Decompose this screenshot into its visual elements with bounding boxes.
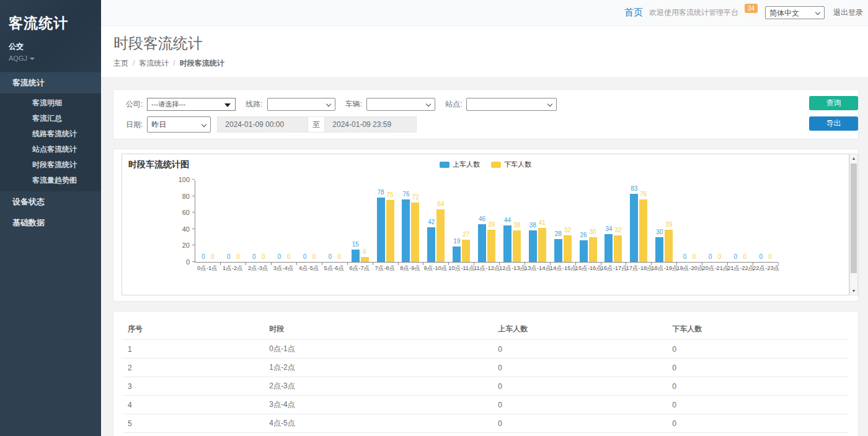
x-axis-tick-label: 5点-6点 [322, 264, 347, 272]
sidebar-item-客流统计[interactable]: 客流统计 [0, 72, 101, 94]
sidebar-item-基础数据[interactable]: 基础数据 [0, 212, 101, 233]
sidebar-menu: 客流统计客流明细客流汇总线路客流统计站点客流统计时段客流统计客流量趋势图设备状态… [0, 72, 101, 233]
language-select[interactable]: 简体中文 [766, 7, 824, 19]
welcome-text: 欢迎使用客流统计管理平台 [649, 7, 738, 18]
sidebar-subitem-客流汇总[interactable]: 客流汇总 [0, 111, 101, 126]
date-from-input[interactable]: 2024-01-09 00:00 [217, 116, 308, 133]
scroll-down-icon[interactable]: ▼ [850, 287, 857, 295]
y-axis-tick-label: 80 [182, 193, 190, 200]
line-select[interactable] [268, 99, 335, 111]
bar-group-14点-15点: 2832 [550, 180, 575, 262]
sidebar-subitem-时段客流统计[interactable]: 时段客流统计 [0, 157, 101, 173]
bar-group-4点-5点: 00 [297, 180, 322, 262]
bar-value-label: 0 [338, 253, 342, 261]
table-cell: 4点-5点 [264, 414, 493, 433]
bar-value-label: 0 [262, 253, 265, 261]
table-row: 32点-3点00 [123, 377, 849, 396]
bar-value-label: 0 [236, 253, 240, 261]
vehicle-label: 车辆: [345, 99, 362, 110]
bar: 34 [604, 234, 613, 262]
bar-value-label: 0 [312, 253, 316, 261]
sidebar-subitem-线路客流统计[interactable]: 线路客流统计 [0, 126, 101, 142]
bar-group-20点-21点: 00 [702, 180, 728, 262]
bar-value-label: 6 [363, 248, 366, 256]
breadcrumb-parent[interactable]: 客流统计 [139, 59, 169, 68]
page-heading: 时段客流统计 主页/客流统计/时段客流统计 [101, 26, 868, 78]
company-select[interactable]: ---请选择--- [147, 98, 236, 111]
date-to-input[interactable]: 2024-01-09 23:59 [324, 116, 417, 133]
date-range-separator: 至 [308, 116, 325, 133]
bar-group-11点-12点: 4639 [474, 180, 500, 262]
chart-title: 时段车流统计图 [128, 159, 189, 170]
home-link[interactable]: 首页 [624, 7, 643, 19]
table-cell: 6 [123, 433, 264, 436]
breadcrumb-home[interactable]: 主页 [113, 59, 128, 68]
station-select[interactable] [467, 99, 556, 111]
x-axis-tick-label: 13点-14点 [525, 264, 550, 272]
logout-link[interactable]: 退出登录 [833, 7, 863, 18]
bar-value-label: 0 [683, 253, 687, 261]
bar-group-8点-9点: 7672 [398, 180, 423, 262]
filter-row-2: 日期: 昨日 2024-01-09 00:00 至 2024-01-09 23:… [126, 116, 858, 133]
export-button[interactable]: 导出 [809, 116, 858, 131]
bar-value-label: 0 [287, 253, 291, 261]
bar-group-10点-11点: 1927 [449, 180, 474, 262]
bar-group-22点-23点: 00 [753, 180, 778, 262]
y-axis-tick [192, 179, 195, 180]
bar-value-label: 78 [378, 189, 384, 196]
filter-row-1: 公司: ---请选择--- 线路: 车辆: [126, 98, 858, 111]
y-axis-tick-label: 60 [182, 209, 190, 216]
query-button[interactable]: 查询 [809, 96, 858, 110]
bar: 38 [529, 230, 537, 262]
org-code-dropdown[interactable]: AQGJ [9, 54, 92, 62]
filter-panel: 公司: ---请选择--- 线路: 车辆: [113, 89, 859, 139]
date-preset-select[interactable]: 昨日 [148, 117, 210, 132]
bar-group-21点-22点: 00 [727, 180, 753, 262]
table-cell: 0 [667, 433, 849, 436]
x-axis-tick-label: 14点-15点 [550, 264, 575, 272]
scroll-up-icon[interactable]: ▲ [850, 154, 857, 162]
company-select-value: ---请选择--- [151, 100, 185, 108]
table-cell: 0 [667, 359, 849, 377]
table-cell: 3点-4点 [264, 396, 493, 414]
table-cell: 0 [667, 396, 849, 414]
x-axis-tick-label: 0点-1点 [195, 264, 220, 272]
bar: 26 [580, 240, 588, 262]
line-select-wrap [267, 98, 335, 111]
x-axis-tick-label: 10点-11点 [448, 264, 474, 272]
y-axis-tick [192, 212, 195, 212]
bar: 39 [487, 230, 495, 262]
table-row: 43点-4点00 [123, 396, 849, 414]
bar-value-label: 19 [453, 238, 460, 245]
table-cell: 0 [667, 414, 849, 433]
y-axis-tick [192, 245, 195, 245]
bar-value-label: 39 [665, 221, 672, 229]
station-field: 站点: [445, 98, 557, 111]
sidebar-item-设备状态[interactable]: 设备状态 [0, 191, 101, 212]
bar-value-label: 0 [718, 253, 722, 261]
legend-item-boarding[interactable]: 上车人数 [440, 160, 480, 169]
bar-value-label: 38 [513, 222, 520, 229]
bar: 19 [453, 246, 461, 262]
sidebar-subitem-站点客流统计[interactable]: 站点客流统计 [0, 142, 101, 157]
notification-badge: 34 [745, 4, 758, 13]
bar-group-7点-8点: 7875 [373, 180, 398, 262]
bar-group-15点-16点: 2630 [575, 180, 601, 262]
bar: 15 [352, 250, 360, 262]
y-axis-tick [192, 196, 195, 196]
scrollbar-thumb[interactable] [851, 164, 857, 273]
y-axis-tick-label: 100 [179, 176, 190, 183]
bar-value-label: 30 [656, 229, 663, 236]
table-cell: 0 [667, 377, 849, 396]
bar-value-label: 28 [555, 230, 562, 238]
bar-group-2点-3点: 00 [246, 180, 272, 262]
bar-group-13点-14点: 3841 [525, 180, 550, 262]
bar-value-label: 0 [202, 253, 205, 261]
legend-item-alighting[interactable]: 下车人数 [491, 160, 531, 169]
sidebar-subitem-客流明细[interactable]: 客流明细 [0, 95, 101, 111]
sidebar-subitem-客流量趋势图[interactable]: 客流量趋势图 [0, 173, 101, 188]
vehicle-select[interactable] [367, 99, 435, 111]
x-axis-tick-label: 1点-2点 [220, 264, 246, 272]
breadcrumb-separator: / [173, 59, 175, 68]
scrollbar-track[interactable] [850, 162, 857, 287]
